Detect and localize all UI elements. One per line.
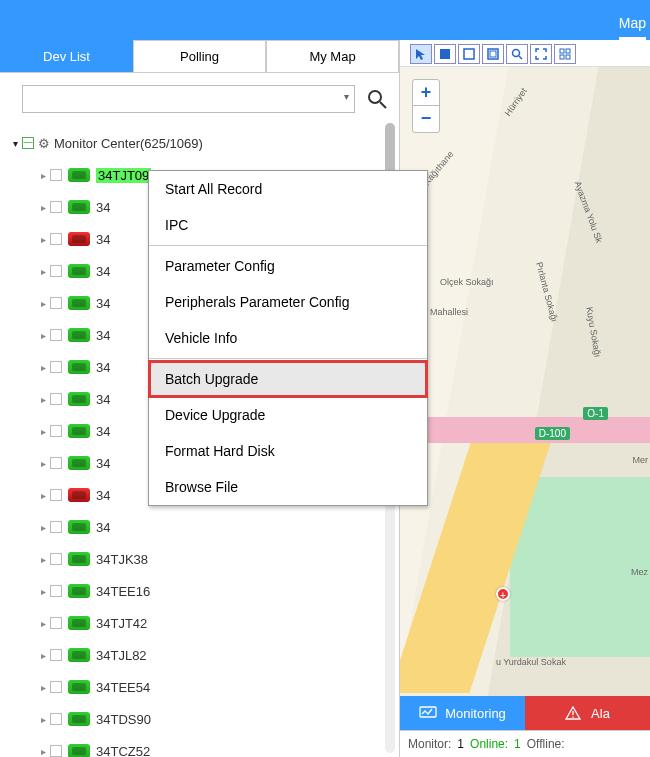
- checkbox[interactable]: [50, 329, 62, 341]
- tool-fullscreen-icon[interactable]: [530, 44, 552, 64]
- checkbox[interactable]: [50, 553, 62, 565]
- menu-item-peripherals-parameter-config[interactable]: Peripherals Parameter Config: [149, 284, 427, 320]
- collapse-icon[interactable]: [22, 137, 34, 149]
- tree-item-label: 34: [96, 392, 110, 407]
- search-combobox[interactable]: ▾: [22, 85, 355, 113]
- checkbox[interactable]: [50, 489, 62, 501]
- tree-item[interactable]: 34TJL82: [10, 639, 399, 671]
- expand-toggle-icon[interactable]: [38, 650, 48, 661]
- vehicle-icon: [68, 456, 90, 470]
- tree-item[interactable]: 34TCZ52: [10, 735, 399, 757]
- expand-toggle-icon[interactable]: [38, 554, 48, 565]
- menu-item-start-all-record[interactable]: Start All Record: [149, 171, 427, 207]
- expand-toggle-icon[interactable]: [38, 426, 48, 437]
- monitor-icon: [419, 706, 437, 720]
- tree-item-label: 34: [96, 488, 110, 503]
- checkbox[interactable]: [50, 233, 62, 245]
- tool-grid-icon[interactable]: [554, 44, 576, 64]
- vehicle-icon: [68, 616, 90, 630]
- menu-item-device-upgrade[interactable]: Device Upgrade: [149, 397, 427, 433]
- tree-item[interactable]: 34TDS90: [10, 703, 399, 735]
- map-point-icon[interactable]: [496, 587, 510, 601]
- checkbox[interactable]: [50, 745, 62, 757]
- tree-item[interactable]: 34TJT42: [10, 607, 399, 639]
- menu-separator: [149, 245, 427, 246]
- street-label: Ayazma Yolu Sk: [573, 180, 605, 244]
- tool-search-icon[interactable]: [506, 44, 528, 64]
- vehicle-icon: [68, 168, 90, 182]
- checkbox[interactable]: [50, 617, 62, 629]
- tool-rect-fill-icon[interactable]: [434, 44, 456, 64]
- tab-polling[interactable]: Polling: [133, 40, 266, 72]
- tree-item[interactable]: 34TJK38: [10, 543, 399, 575]
- menu-item-batch-upgrade[interactable]: Batch Upgrade: [149, 361, 427, 397]
- menu-separator: [149, 358, 427, 359]
- expand-toggle-icon[interactable]: [10, 138, 20, 149]
- zoom-out-button[interactable]: −: [413, 106, 439, 132]
- checkbox[interactable]: [50, 521, 62, 533]
- expand-toggle-icon[interactable]: [38, 394, 48, 405]
- tree-root[interactable]: ⚙ Monitor Center(625/1069): [10, 127, 399, 159]
- expand-toggle-icon[interactable]: [38, 618, 48, 629]
- expand-toggle-icon[interactable]: [38, 458, 48, 469]
- menu-item-format-hard-disk[interactable]: Format Hard Disk: [149, 433, 427, 469]
- expand-toggle-icon[interactable]: [38, 490, 48, 501]
- checkbox[interactable]: [50, 585, 62, 597]
- search-icon[interactable]: [365, 87, 389, 111]
- status-tab-alarm[interactable]: Ala: [525, 696, 650, 730]
- checkbox[interactable]: [50, 201, 62, 213]
- vehicle-icon: [68, 296, 90, 310]
- vehicle-icon: [68, 392, 90, 406]
- checkbox[interactable]: [50, 265, 62, 277]
- expand-toggle-icon[interactable]: [38, 266, 48, 277]
- tree-item[interactable]: 34TEE16: [10, 575, 399, 607]
- top-tab-map[interactable]: Map: [619, 7, 646, 40]
- svg-rect-11: [566, 55, 570, 59]
- zoom-in-button[interactable]: +: [413, 80, 439, 106]
- hw-label-o1: O-1: [583, 407, 608, 420]
- menu-item-browse-file[interactable]: Browse File: [149, 469, 427, 505]
- tab-dev-list[interactable]: Dev List: [0, 40, 133, 72]
- expand-toggle-icon[interactable]: [38, 586, 48, 597]
- alert-icon: [565, 706, 583, 720]
- expand-toggle-icon[interactable]: [38, 298, 48, 309]
- menu-item-vehicle-info[interactable]: Vehicle Info: [149, 320, 427, 356]
- expand-toggle-icon[interactable]: [38, 362, 48, 373]
- expand-toggle-icon[interactable]: [38, 202, 48, 213]
- svg-rect-10: [560, 55, 564, 59]
- checkbox[interactable]: [50, 425, 62, 437]
- menu-item-parameter-config[interactable]: Parameter Config: [149, 248, 427, 284]
- checkbox[interactable]: [50, 361, 62, 373]
- map-canvas[interactable]: + − O-1 D-100 Kağıthane Hürriyet Ayazma …: [400, 67, 650, 696]
- checkbox[interactable]: [50, 649, 62, 661]
- tree-item-label: 34: [96, 456, 110, 471]
- tool-rect-icon[interactable]: [458, 44, 480, 64]
- tool-pointer-icon[interactable]: [410, 44, 432, 64]
- status-tab-monitoring[interactable]: Monitoring: [400, 696, 525, 730]
- expand-toggle-icon[interactable]: [38, 714, 48, 725]
- context-menu: Start All RecordIPCParameter ConfigPerip…: [148, 170, 428, 506]
- expand-toggle-icon[interactable]: [38, 234, 48, 245]
- menu-item-ipc[interactable]: IPC: [149, 207, 427, 243]
- tool-rect2-icon[interactable]: [482, 44, 504, 64]
- search-input[interactable]: [22, 85, 355, 113]
- expand-toggle-icon[interactable]: [38, 170, 48, 181]
- tab-my-map[interactable]: My Map: [266, 40, 399, 72]
- tree-item[interactable]: 34: [10, 511, 399, 543]
- svg-line-7: [519, 56, 522, 59]
- checkbox[interactable]: [50, 457, 62, 469]
- checkbox[interactable]: [50, 713, 62, 725]
- expand-toggle-icon[interactable]: [38, 746, 48, 757]
- checkbox[interactable]: [50, 393, 62, 405]
- tree-item-label: 34: [96, 360, 110, 375]
- status-bar: Monitor: 1 Online: 1 Offline:: [400, 730, 650, 757]
- checkbox[interactable]: [50, 169, 62, 181]
- checkbox[interactable]: [50, 297, 62, 309]
- expand-toggle-icon[interactable]: [38, 522, 48, 533]
- street-label: Kuyu Sokağı: [584, 306, 603, 358]
- tree-item-label: 34: [96, 424, 110, 439]
- tree-item[interactable]: 34TEE54: [10, 671, 399, 703]
- checkbox[interactable]: [50, 681, 62, 693]
- expand-toggle-icon[interactable]: [38, 682, 48, 693]
- expand-toggle-icon[interactable]: [38, 330, 48, 341]
